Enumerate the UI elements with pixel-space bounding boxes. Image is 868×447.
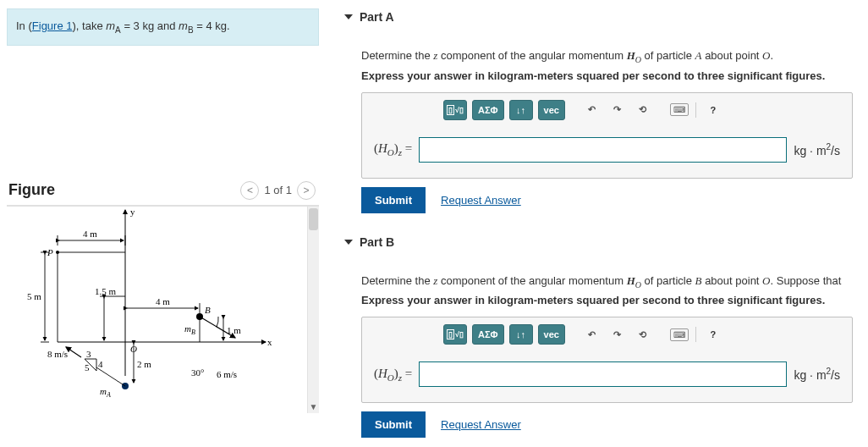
mA-subscript: A — [115, 25, 121, 35]
part-a-answer-panel: ▯√▯ ΑΣΦ ↓↑ vec ↶ ↷ ⟲ ⌨ ? — [361, 92, 853, 179]
mB-subscript: B — [188, 25, 194, 35]
ps-prefix: In ( — [16, 19, 32, 32]
part-b-units: kg · m2/s — [794, 367, 840, 382]
svg-text:8 m/s: 8 m/s — [47, 349, 68, 359]
keyboard-button[interactable]: ⌨ — [670, 328, 689, 341]
templates-button[interactable]: ▯√▯ — [443, 324, 467, 345]
keyboard-button[interactable]: ⌨ — [670, 103, 689, 116]
undo-button[interactable]: ↶ — [582, 100, 602, 120]
part-b-title: Part B — [360, 235, 394, 249]
svg-line-37 — [66, 347, 81, 357]
svg-text:4: 4 — [98, 359, 103, 369]
subscript-button[interactable]: ↓↑ — [509, 100, 533, 120]
svg-point-9 — [56, 251, 59, 254]
subscript-button[interactable]: ↓↑ — [509, 324, 533, 345]
reset-button[interactable]: ⟲ — [633, 100, 653, 120]
pager-text: 1 of 1 — [264, 184, 292, 196]
svg-text:6 m/s: 6 m/s — [217, 369, 237, 379]
part-b-request-answer-link[interactable]: Request Answer — [441, 418, 521, 431]
part-b-submit-button[interactable]: Submit — [361, 411, 426, 438]
svg-text:1.5 m: 1.5 m — [95, 286, 117, 296]
part-a-request-answer-link[interactable]: Request Answer — [441, 194, 521, 207]
svg-text:mA: mA — [100, 386, 111, 399]
svg-text:B: B — [205, 305, 211, 315]
vec-button[interactable]: vec — [538, 324, 565, 345]
svg-text:5 m: 5 m — [27, 291, 41, 301]
vec-button[interactable]: vec — [538, 100, 565, 120]
chevron-down-icon[interactable] — [344, 14, 353, 19]
part-a-title: Part A — [360, 10, 394, 24]
figure-scrollbar[interactable]: ▼ — [307, 207, 319, 413]
undo-button[interactable]: ↶ — [582, 324, 602, 345]
problem-statement: In (Figure 1), take mA = 3 kg and mB = 4… — [7, 8, 319, 46]
svg-text:2 m: 2 m — [137, 359, 151, 369]
redo-button[interactable]: ↷ — [607, 100, 628, 120]
svg-text:1 m: 1 m — [227, 325, 241, 335]
mA-value: = 3 kg and — [121, 19, 179, 32]
help-button[interactable]: ? — [703, 100, 723, 120]
templates-button[interactable]: ▯√▯ — [443, 100, 467, 120]
svg-text:4 m: 4 m — [83, 229, 97, 239]
part-a-instruction: Express your answer in kilogram-meters s… — [361, 69, 853, 82]
part-b-lhs: (HO)z = — [374, 367, 412, 383]
svg-text:x: x — [267, 337, 272, 347]
mB-symbol: m — [179, 19, 188, 32]
part-b-answer-panel: ▯√▯ ΑΣΦ ↓↑ vec ↶ ↷ ⟲ ⌨ ? — [361, 317, 853, 403]
figure-pager: < 1 of 1 > — [240, 181, 316, 200]
part-a-submit-button[interactable]: Submit — [361, 187, 426, 213]
chevron-down-icon[interactable] — [344, 240, 353, 245]
mB-value: = 4 kg. — [194, 19, 230, 32]
greek-button[interactable]: ΑΣΦ — [472, 324, 504, 345]
svg-text:3: 3 — [86, 349, 91, 359]
svg-text:mB: mB — [184, 323, 195, 336]
redo-button[interactable]: ↷ — [607, 324, 628, 345]
part-a-units: kg · m2/s — [794, 142, 840, 157]
greek-button[interactable]: ΑΣΦ — [472, 100, 504, 120]
figure-link[interactable]: Figure 1 — [32, 19, 73, 32]
figure-title: Figure — [8, 181, 55, 199]
pager-prev-button[interactable]: < — [240, 181, 259, 200]
part-b-answer-input[interactable] — [419, 361, 787, 387]
svg-text:4 m: 4 m — [156, 296, 170, 306]
part-b-description: Determine the z component of the angular… — [361, 274, 853, 290]
part-a-description: Determine the z component of the angular… — [361, 49, 853, 64]
help-button[interactable]: ? — [703, 324, 723, 345]
svg-text:5: 5 — [85, 362, 90, 372]
part-b-instruction: Express your answer in kilogram-meters s… — [361, 294, 853, 306]
mA-symbol: m — [106, 19, 115, 32]
svg-text:y: y — [130, 207, 135, 217]
pager-next-button[interactable]: > — [297, 181, 316, 200]
part-a-answer-input[interactable] — [419, 137, 787, 163]
ps-mid: ), take — [73, 19, 107, 32]
reset-button[interactable]: ⟲ — [633, 324, 653, 345]
figure-diagram: y x O P 4 — [7, 207, 294, 415]
part-a-lhs: (HO)z = — [374, 141, 412, 157]
svg-text:30°: 30° — [191, 367, 204, 378]
svg-line-42 — [96, 367, 125, 386]
